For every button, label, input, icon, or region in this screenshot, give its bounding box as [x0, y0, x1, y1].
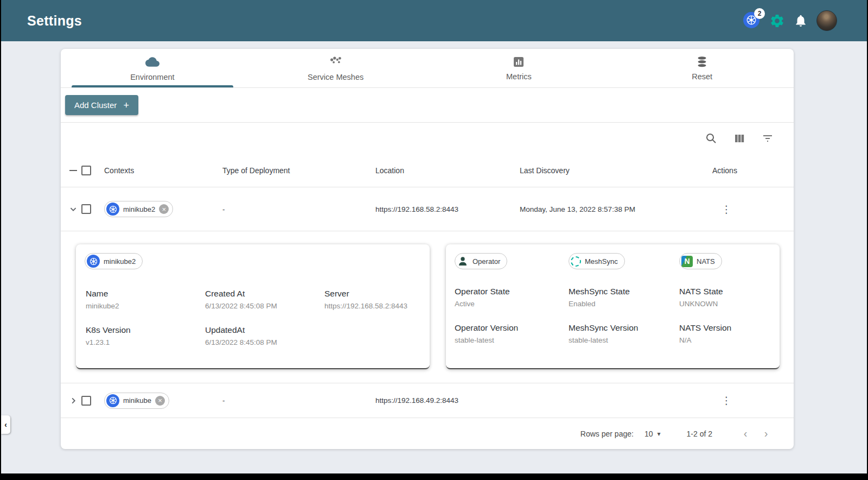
field-meshsync-state: MeshSync State Enabled [569, 287, 679, 308]
columns-icon [733, 132, 746, 145]
user-avatar[interactable] [816, 10, 837, 31]
add-cluster-label: Add Cluster [74, 100, 117, 110]
active-tab-indicator [72, 85, 233, 87]
settings-gear-button[interactable] [769, 13, 785, 29]
operator-chip-label: Operator [473, 257, 500, 266]
context-chip-label: minikube [123, 396, 151, 405]
row-menu-button[interactable]: ⋮ [721, 394, 732, 407]
cluster-chip[interactable]: minikube2 [85, 253, 143, 269]
plus-icon: + [123, 102, 129, 109]
kubernetes-icon [106, 203, 119, 216]
last-discovery-value: Monday, June 13, 2022 8:57:38 PM [520, 205, 712, 213]
row-checkbox[interactable] [81, 396, 91, 406]
appbar-actions: 2 [743, 10, 837, 31]
tab-metrics-label: Metrics [506, 72, 532, 81]
context-count-badge: 2 [754, 8, 765, 19]
kubernetes-icon [87, 255, 100, 268]
app-bar: Settings [1, 0, 867, 41]
settings-panel: Environment Service Meshes Metrics [61, 49, 794, 449]
field-updated-at: UpdatedAt 6/13/2022 8:45:08 PM [205, 325, 324, 346]
deselect-all-icon[interactable] [65, 170, 81, 171]
meshsync-icon [571, 256, 581, 267]
cluster-info-card: minikube2 Name minikube2 Created At 6/13… [76, 244, 430, 369]
gear-icon [769, 13, 785, 29]
location-value: https://192.168.58.2:8443 [375, 205, 520, 213]
field-created-at: Created At 6/13/2022 8:45:08 PM [205, 289, 324, 310]
header-last-discovery: Last Discovery [520, 166, 712, 175]
context-chip-minikube2[interactable]: minikube2 × [104, 201, 173, 217]
tab-reset[interactable]: Reset [610, 49, 794, 87]
caret-down-icon: ▾ [657, 430, 660, 438]
expand-row-button[interactable] [65, 395, 81, 407]
status-fields-grid: Operator State Active MeshSync State Ena… [455, 287, 771, 344]
tab-service-meshes[interactable]: Service Meshes [244, 49, 427, 87]
operator-status-card: Operator MeshSync N NATS [446, 244, 780, 369]
field-name: Name minikube2 [86, 289, 205, 310]
operator-person-icon [457, 255, 469, 267]
tab-reset-label: Reset [692, 72, 712, 81]
chevron-right-icon [67, 395, 79, 407]
kubernetes-contexts-button[interactable]: 2 [743, 12, 761, 29]
cloud-icon [145, 55, 159, 69]
next-page-button[interactable]: › [756, 427, 776, 440]
cluster-detail-panel: minikube2 Name minikube2 Created At 6/13… [61, 231, 794, 383]
cluster-fields-grid: Name minikube2 Created At 6/13/2022 8:45… [85, 289, 421, 346]
add-cluster-button[interactable]: Add Cluster + [65, 95, 138, 115]
table-pagination: Rows per page: 10 ▾ 1-2 of 2 ‹ › [61, 418, 794, 449]
page-title: Settings [27, 13, 82, 29]
tab-service-meshes-label: Service Meshes [308, 73, 363, 81]
field-k8s-version: K8s Version v1.23.1 [86, 325, 205, 346]
metrics-chart-icon [512, 55, 525, 68]
context-chip-minikube[interactable]: minikube × [104, 393, 169, 409]
filter-icon [761, 132, 774, 145]
operator-chip[interactable]: Operator [455, 253, 507, 269]
header-type-of-deployment: Type of Deployment [222, 166, 375, 175]
sidebar-expand-toggle[interactable]: ‹ [1, 415, 10, 434]
rows-per-page-value: 10 [644, 430, 653, 438]
header-location: Location [375, 166, 520, 175]
field-nats-state: NATS State UNKNOWN [679, 287, 771, 308]
app-window: Settings [1, 0, 867, 473]
field-meshsync-version: MeshSync Version stable-latest [569, 323, 679, 344]
settings-tabs: Environment Service Meshes Metrics [61, 49, 794, 88]
view-columns-button[interactable] [733, 132, 746, 145]
rows-per-page-select[interactable]: 10 ▾ [644, 430, 661, 438]
remove-context-icon[interactable]: × [155, 396, 165, 406]
select-all-checkbox[interactable] [81, 166, 91, 175]
cluster-actions-bar: Add Cluster + [61, 88, 794, 123]
chevron-down-icon [67, 203, 79, 215]
table-header-row: Contexts Type of Deployment Location Las… [61, 154, 794, 187]
row-checkbox[interactable] [81, 204, 91, 214]
field-operator-state: Operator State Active [455, 287, 569, 308]
collapse-row-button[interactable] [65, 203, 81, 215]
tab-environment[interactable]: Environment [61, 49, 244, 87]
nats-chip-label: NATS [697, 257, 715, 266]
service-mesh-icon [329, 55, 343, 69]
table-row: minikube × - https://192.168.49.2:8443 ⋮ [61, 383, 794, 418]
row-menu-button[interactable]: ⋮ [721, 203, 732, 216]
field-operator-version: Operator Version stable-latest [455, 323, 569, 344]
filter-button[interactable] [761, 132, 774, 145]
field-server: Server https://192.168.58.2:8443 [324, 289, 421, 310]
cluster-chip-label: minikube2 [104, 257, 136, 266]
tab-environment-label: Environment [130, 73, 174, 81]
field-nats-version: NATS Version N/A [679, 323, 771, 344]
tab-metrics[interactable]: Metrics [427, 49, 611, 87]
kubernetes-icon [106, 394, 119, 407]
type-of-deployment-value: - [222, 205, 375, 213]
context-chip-label: minikube2 [123, 205, 155, 213]
meshsync-chip-label: MeshSync [585, 257, 618, 266]
rows-per-page-label: Rows per page: [580, 430, 634, 438]
location-value: https://192.168.49.2:8443 [375, 396, 520, 405]
database-icon [695, 55, 709, 68]
search-button[interactable] [705, 132, 718, 145]
nats-chip[interactable]: N NATS [679, 253, 722, 269]
remove-context-icon[interactable]: × [159, 204, 169, 214]
table-row: minikube2 × - https://192.168.58.2:8443 … [61, 187, 794, 231]
nats-icon: N [681, 256, 693, 267]
meshsync-chip[interactable]: MeshSync [569, 253, 625, 269]
pagination-range: 1-2 of 2 [687, 430, 712, 438]
type-of-deployment-value: - [222, 396, 375, 405]
notifications-button[interactable] [794, 14, 808, 28]
previous-page-button[interactable]: ‹ [735, 427, 756, 440]
